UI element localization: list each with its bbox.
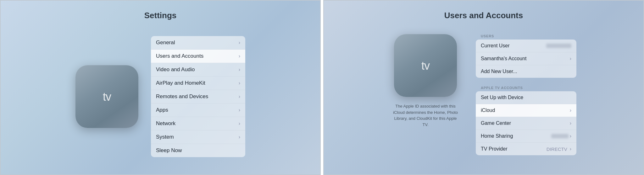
- appletv-icon-right: tv: [394, 34, 457, 97]
- blur-value-current-user: [546, 44, 571, 48]
- menu-item-label-users-and-accounts: Users and Accounts: [156, 53, 203, 59]
- users-accounts-title: Users and Accounts: [444, 11, 523, 20]
- section-item-right-icloud: ›: [570, 108, 571, 113]
- chevron-icon: ›: [570, 120, 571, 126]
- chevron-icon: ›: [239, 67, 240, 72]
- section-item-icloud[interactable]: iCloud›: [476, 104, 576, 117]
- chevron-icon: ›: [239, 134, 240, 140]
- section-item-right-tv-provider: DIRECTV›: [547, 146, 571, 152]
- blur-value-home-sharing: [551, 134, 569, 138]
- section-item-add-new-user[interactable]: Add New User...: [476, 65, 576, 78]
- menu-item-apps[interactable]: Apps›: [151, 103, 245, 117]
- section-item-samanthas-account[interactable]: Samantha's Account›: [476, 52, 576, 65]
- menu-item-system[interactable]: System›: [151, 130, 245, 144]
- section-item-label-home-sharing: Home Sharing: [481, 133, 513, 139]
- tv-label: tv: [103, 90, 111, 103]
- menu-item-network[interactable]: Network›: [151, 117, 245, 130]
- menu-item-users-and-accounts[interactable]: Users and Accounts›: [151, 50, 245, 63]
- settings-title: Settings: [144, 11, 177, 20]
- menu-item-airplay-and-homekit[interactable]: AirPlay and HomeKit›: [151, 77, 245, 90]
- chevron-icon: ›: [570, 56, 571, 61]
- icloud-description: The Apple ID associated with this iCloud…: [391, 103, 460, 128]
- section-items-users: Current UserSamantha's Account›Add New U…: [476, 40, 576, 78]
- section-item-label-samanthas-account: Samantha's Account: [481, 56, 526, 61]
- right-icon-area: tv The Apple ID associated with this iCl…: [391, 28, 460, 128]
- section-item-label-icloud: iCloud: [481, 108, 495, 113]
- section-item-value-tv-provider: DIRECTV: [547, 146, 567, 152]
- users-accounts-panel: Users and Accounts tv The Apple ID assoc…: [323, 0, 644, 175]
- menu-item-label-network: Network: [156, 120, 175, 127]
- menu-item-label-remotes-and-devices: Remotes and Devices: [156, 93, 208, 100]
- chevron-icon: ›: [239, 40, 240, 45]
- chevron-icon: ›: [570, 133, 571, 139]
- chevron-icon: ›: [239, 80, 240, 86]
- section-header-apple-tv-accounts: APPLE TV ACCOUNTS: [476, 83, 576, 91]
- chevron-icon: ›: [239, 94, 240, 99]
- users-accounts-content: tv The Apple ID associated with this iCl…: [324, 28, 643, 174]
- section-item-right-game-center: ›: [570, 120, 571, 126]
- settings-content: tv General›Users and Accounts›Video and …: [75, 28, 245, 174]
- chevron-icon: ›: [570, 108, 571, 113]
- chevron-icon: ›: [570, 146, 571, 152]
- menu-item-label-general: General: [156, 40, 175, 46]
- menu-item-video-and-audio[interactable]: Video and Audio›: [151, 63, 245, 77]
- menu-item-label-airplay-and-homekit: AirPlay and HomeKit: [156, 80, 205, 86]
- section-item-current-user[interactable]: Current User: [476, 40, 576, 52]
- section-item-game-center[interactable]: Game Center›: [476, 117, 576, 130]
- menu-item-sleep-now[interactable]: Sleep Now: [151, 144, 245, 157]
- chevron-icon: ›: [239, 53, 240, 59]
- menu-item-label-system: System: [156, 134, 174, 140]
- section-item-tv-provider[interactable]: TV ProviderDIRECTV›: [476, 143, 576, 155]
- section-item-home-sharing[interactable]: Home Sharing›: [476, 130, 576, 143]
- menu-item-label-sleep-now: Sleep Now: [156, 147, 182, 154]
- settings-panel-inner: Settings tv General›Users and Accounts›V…: [1, 1, 320, 174]
- tv-label-right: tv: [421, 59, 430, 72]
- section-item-right-current-user: [546, 44, 571, 48]
- menu-item-remotes-and-devices[interactable]: Remotes and Devices›: [151, 90, 245, 103]
- settings-sections: USERSCurrent UserSamantha's Account›Add …: [476, 28, 576, 160]
- users-accounts-inner: Users and Accounts tv The Apple ID assoc…: [324, 1, 643, 174]
- menu-item-label-video-and-audio: Video and Audio: [156, 66, 195, 73]
- menu-item-label-apps: Apps: [156, 107, 168, 113]
- section-item-label-game-center: Game Center: [481, 120, 511, 126]
- section-item-right-samanthas-account: ›: [570, 56, 571, 61]
- section-item-label-add-new-user: Add New User...: [481, 69, 517, 74]
- menu-item-general[interactable]: General›: [151, 36, 245, 50]
- chevron-icon: ›: [239, 107, 240, 113]
- section-item-label-current-user: Current User: [481, 43, 510, 49]
- section-item-set-up-with-device[interactable]: Set Up with Device: [476, 91, 576, 104]
- appletv-icon: tv: [75, 65, 138, 128]
- section-header-users: USERS: [476, 31, 576, 40]
- section-item-label-set-up-with-device: Set Up with Device: [481, 95, 523, 100]
- chevron-icon: ›: [239, 121, 240, 126]
- section-items-apple-tv-accounts: Set Up with DeviceiCloud›Game Center›Hom…: [476, 91, 576, 155]
- settings-panel: Settings tv General›Users and Accounts›V…: [0, 0, 321, 175]
- settings-menu: General›Users and Accounts›Video and Aud…: [151, 36, 245, 157]
- section-item-right-home-sharing: ›: [551, 133, 571, 139]
- section-item-label-tv-provider: TV Provider: [481, 146, 507, 152]
